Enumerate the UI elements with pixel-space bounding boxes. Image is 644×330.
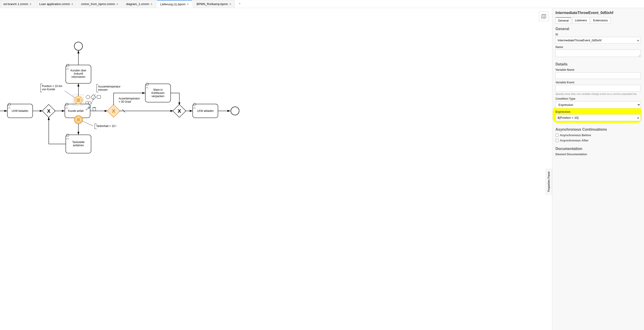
close-icon[interactable]: × [72, 2, 73, 6]
async-after-checkbox[interactable] [556, 139, 558, 142]
context-end-icon[interactable] [86, 101, 88, 104]
section-details: Details [556, 62, 641, 66]
panel-tab-extensions[interactable]: Extensions [591, 17, 610, 24]
svg-text:X: X [47, 108, 50, 114]
end-event-top[interactable] [74, 42, 82, 50]
tab-loan-application[interactable]: Loan application.cmmn× [36, 0, 77, 8]
gateway-merge-1[interactable]: X [42, 105, 56, 118]
close-icon[interactable]: × [230, 2, 231, 6]
gateway-merge-2[interactable]: X [173, 105, 186, 118]
variable-name-label: Variable Name [556, 68, 641, 71]
expression-highlight: Expression × [553, 107, 642, 123]
editor-tabs: ed branch 1.cmmn× Loan application.cmmn×… [0, 0, 644, 8]
properties-panel: IntermediateThrowEvent_0d5ixhf General L… [552, 8, 644, 330]
svg-text:X: X [178, 108, 181, 114]
close-icon[interactable]: × [116, 2, 118, 6]
condition-type-label: Condition Type [556, 97, 641, 100]
context-pad: 🔧 [86, 95, 101, 111]
name-label: Name [556, 45, 641, 49]
section-documentation: Documentation [556, 147, 641, 151]
context-gateway-icon[interactable] [91, 95, 96, 100]
variable-event-field[interactable] [556, 85, 641, 92]
svg-rect-14 [93, 108, 96, 111]
gateway-temp[interactable]: X [107, 105, 120, 118]
name-field[interactable] [556, 50, 641, 57]
end-event-main[interactable] [231, 107, 239, 115]
expression-label: Expression [556, 110, 641, 113]
tab-bpmn-ruhkamp[interactable]: BPMN_Ruhkamp.bpmn× [193, 0, 235, 8]
section-async: Asynchronous Continuations [556, 128, 641, 132]
svg-text:LKW abladen: LKW abladen [197, 109, 214, 113]
context-wrench-icon[interactable]: 🔧 [87, 106, 92, 110]
svg-text:Tankstelleanfahren: Tankstelleanfahren [72, 141, 84, 147]
close-icon[interactable]: × [150, 2, 152, 6]
tab-branch1[interactable]: ed branch 1.cmmn× [0, 0, 35, 8]
annotation-ausentemp30: Ausentemperatur> 30 Grad [119, 97, 140, 103]
condition-type-select[interactable]: Expression [556, 101, 641, 108]
async-before-label: Asynchronous Before [560, 134, 591, 137]
expression-field[interactable] [556, 114, 641, 121]
annotation-position: Position < 10 kmvon Kunde [42, 85, 62, 91]
properties-panel-toggle[interactable]: Properties Panel [546, 169, 552, 194]
map-icon [541, 14, 546, 19]
variable-name-field[interactable] [556, 72, 641, 79]
panel-element-title: IntermediateThrowEvent_0d5ixhf [556, 11, 641, 15]
svg-text:Kunde anfah: Kunde anfah [68, 109, 84, 113]
async-before-checkbox[interactable] [556, 134, 558, 137]
clear-icon[interactable]: × [637, 116, 639, 119]
tab-cmmn-from-bpmn[interactable]: cmmn_from_bpmn.cmmn× [78, 0, 122, 8]
annotation-aussentemp: Aussentemperaturmessen [98, 85, 120, 91]
section-general: General [556, 27, 641, 31]
add-tab-button[interactable]: + [236, 0, 244, 8]
close-icon[interactable]: × [187, 2, 189, 6]
context-delete-icon[interactable] [92, 107, 96, 111]
tab-diagram1[interactable]: diagram_1.cmmn× [122, 0, 156, 8]
async-after-label: Asynchronous After [560, 139, 588, 142]
variable-event-label: Variable Event [556, 81, 641, 84]
panel-tab-listeners[interactable]: Listeners [572, 17, 590, 24]
context-task-icon[interactable] [97, 95, 101, 99]
diagram-canvas[interactable]: LKW beladen X Kunde anfah [0, 8, 552, 330]
annotation-tankinhalt: Tankinhalt < 10 l [96, 125, 116, 128]
svg-text:LKW beladen: LKW beladen [12, 109, 28, 113]
id-label: Id [556, 33, 641, 36]
panel-tab-general[interactable]: General [556, 17, 571, 24]
clear-icon[interactable]: × [637, 39, 639, 42]
svg-text:Ware inKühlboxenverpacken: Ware inKühlboxenverpacken [152, 88, 164, 98]
element-documentation-label: Element Documentation [556, 153, 641, 156]
context-intermediate-icon[interactable] [88, 101, 91, 104]
close-icon[interactable]: × [30, 2, 32, 6]
minimap-toggle[interactable] [539, 11, 548, 21]
id-field[interactable] [556, 37, 641, 44]
context-event-icon[interactable] [86, 95, 90, 99]
svg-text:X: X [112, 108, 116, 114]
variable-event-hint: Specify more than one variable change ev… [556, 93, 641, 95]
tab-lieferung[interactable]: Lieferung (1).bpmn× [157, 0, 192, 8]
